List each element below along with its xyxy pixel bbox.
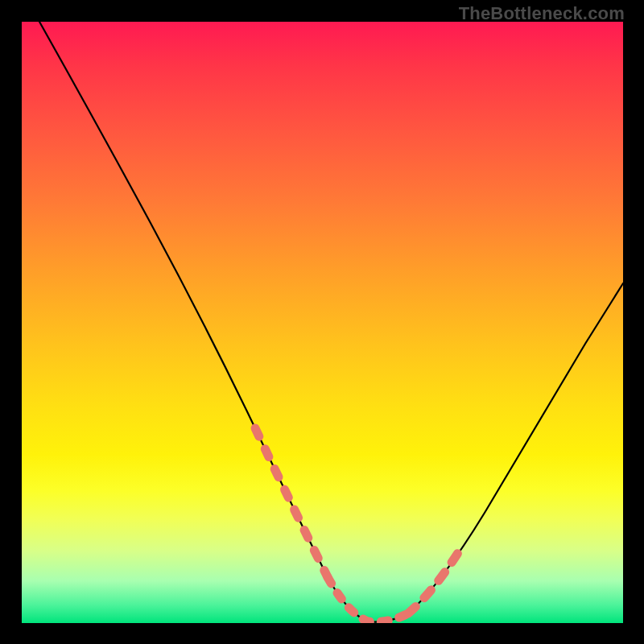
highlight-valley-dotted [328,577,408,622]
bottleneck-curve-svg [22,22,623,623]
chart-frame: TheBottleneck.com [0,0,644,644]
highlight-right-dashed [408,549,460,613]
bottleneck-curve [39,22,623,622]
plot-area [22,22,623,623]
attribution-label: TheBottleneck.com [459,3,625,24]
